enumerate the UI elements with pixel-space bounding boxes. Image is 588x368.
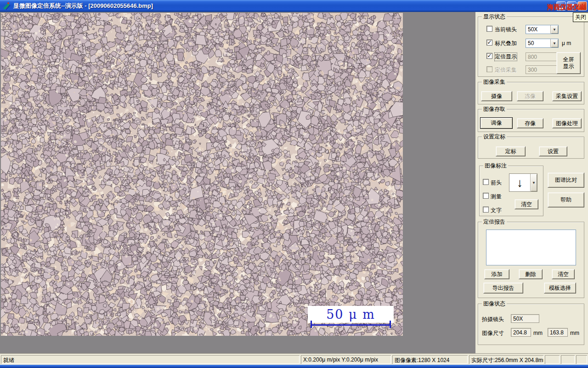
scale-overlay-checkbox[interactable]: ✓ (486, 40, 492, 46)
image-height-value: 163.8 (548, 328, 568, 337)
lens-field-value: 50X (511, 314, 539, 323)
arrow-down-icon: ↓ (509, 174, 530, 191)
fixed-display-label: 定倍显示 (495, 53, 517, 61)
group-calibration-legend: 设置定标 (482, 133, 507, 140)
group-storage: 图像存取 调像 存像 图像处理 (478, 109, 584, 132)
group-capture-legend: 图像采集 (482, 79, 507, 85)
fixed-display-input: 800 (526, 52, 559, 61)
status-empty-3 (576, 355, 587, 364)
image-size-label: 图像尺寸 (482, 329, 504, 337)
group-report: 定倍报告 添加 删除 清空 导出报告 模板选择 (478, 222, 584, 298)
close-tooltip: 关闭 (573, 12, 588, 22)
scale-bar-tick-right (390, 321, 391, 328)
scale-bar-label: 50 μ m (308, 306, 394, 323)
freeze-button: 冻像 (517, 91, 543, 101)
chevron-down-icon[interactable]: ▼ (530, 174, 537, 191)
scale-bar-line (311, 324, 390, 326)
scale-overlay-label: 标尺叠加 (495, 40, 517, 47)
lens-field-label: 拍摄镜头 (482, 316, 504, 323)
arrow-label: 箭头 (491, 179, 502, 187)
load-image-button[interactable]: 调像 (480, 117, 513, 129)
status-empty-1 (545, 355, 560, 364)
fixed-capture-checkbox: ✓ (486, 66, 492, 72)
group-annotation-legend: 图像标注 (483, 162, 508, 169)
measure-label: 测量 (491, 193, 502, 201)
status-resolution: X:0.200μ m/pix Y:0.200μ m/pix (301, 355, 391, 364)
current-lens-label: 当前镜头 (495, 26, 517, 34)
window-title: 显微图像定倍系统--演示版 - [20090602055646.bmp] (13, 2, 153, 10)
status-empty-2 (561, 355, 575, 364)
group-image-status-legend: 图像状态 (482, 300, 507, 307)
application-window: 显微图像定倍系统--演示版 - [20090602055646.bmp] × 海… (0, 0, 588, 368)
fixed-display-checkbox[interactable]: ✓ (486, 53, 492, 59)
report-add-button[interactable]: 添加 (484, 269, 509, 279)
report-clear-button[interactable]: 清空 (552, 269, 575, 279)
status-bar: 就绪 X:0.200μ m/pix Y:0.200μ m/pix 图像像素:12… (0, 353, 588, 365)
group-display-status-legend: 显示状态 (482, 13, 507, 20)
image-width-unit: mm (533, 330, 543, 336)
app-icon (2, 2, 11, 10)
capture-settings-button[interactable]: 采集设置 (552, 91, 582, 101)
arrow-style-select[interactable]: ↓ ▼ (509, 173, 537, 192)
group-annotation: 图像标注 ✓ 箭头 ✓ 测量 ✓ 文字 ↓ ▼ 清空 (479, 166, 543, 216)
group-storage-legend: 图像存取 (482, 106, 507, 112)
measure-checkbox[interactable]: ✓ (483, 193, 489, 199)
export-report-button[interactable]: 导出报告 (483, 282, 523, 293)
current-lens-select[interactable]: 50X ▼ (526, 25, 559, 34)
fixed-capture-input: 300 (526, 65, 559, 74)
scale-overlay-unit: μ m (562, 40, 571, 46)
shoot-button[interactable]: 摄像 (481, 91, 512, 101)
text-checkbox[interactable]: ✓ (483, 207, 489, 213)
group-calibration: 设置定标 定标 设置 (478, 137, 584, 159)
save-image-button[interactable]: 存像 (517, 118, 543, 128)
chevron-down-icon[interactable]: ▼ (550, 39, 558, 47)
help-button[interactable]: 帮助 (548, 192, 584, 207)
group-report-legend: 定倍报告 (482, 218, 507, 225)
image-height-unit: mm (570, 330, 579, 336)
template-select-button[interactable]: 模板选择 (544, 282, 576, 293)
status-ready: 就绪 (1, 355, 300, 364)
report-listbox[interactable] (486, 230, 576, 265)
calibrate-button[interactable]: 定标 (496, 146, 526, 156)
group-image-status: 图像状态 拍摄镜头 50X 图像尺寸 204.8 mm 163.8 mm (478, 304, 584, 345)
current-lens-checkbox[interactable]: ✓ (486, 26, 492, 32)
group-capture: 图像采集 摄像 冻像 采集设置 (478, 82, 584, 104)
chevron-down-icon[interactable]: ▼ (550, 25, 558, 34)
scale-bar-text: 50 μ m (326, 307, 375, 322)
scale-bar-tick-left (311, 321, 312, 328)
group-display-status: 显示状态 ✓ 当前镜头 50X ▼ ✓ 标尺叠加 50 ▼ μ m ✓ 定倍显示… (478, 17, 584, 77)
title-bar: 显微图像定倍系统--演示版 - [20090602055646.bmp] × 海… (0, 0, 588, 12)
text-label: 文字 (491, 207, 502, 214)
fixed-capture-label: 定倍采集 (495, 66, 517, 74)
image-width-value: 204.8 (511, 328, 531, 337)
status-actual-size: 实际尺寸:256.0mm X 204.8mm (469, 355, 543, 364)
annotation-clear-button[interactable]: 清空 (514, 199, 538, 209)
scale-overlay-select[interactable]: 50 ▼ (526, 39, 559, 48)
brand-watermark: 海西仪器仪表 (547, 3, 588, 12)
calibration-settings-button[interactable]: 设置 (539, 146, 567, 156)
atlas-compare-button[interactable]: 图谱比对 (548, 172, 584, 188)
status-pixels: 图像像素:1280 X 1024 (392, 355, 468, 364)
report-delete-button[interactable]: 删除 (519, 269, 543, 279)
window-bottom-border (0, 365, 588, 368)
arrow-checkbox[interactable]: ✓ (483, 179, 489, 185)
control-panel: 显示状态 ✓ 当前镜头 50X ▼ ✓ 标尺叠加 50 ▼ μ m ✓ 定倍显示… (475, 12, 588, 353)
micrograph-canvas[interactable] (1, 13, 403, 336)
fullscreen-button[interactable]: 全屏 显示 (556, 52, 581, 74)
image-process-button[interactable]: 图像处理 (552, 118, 582, 128)
